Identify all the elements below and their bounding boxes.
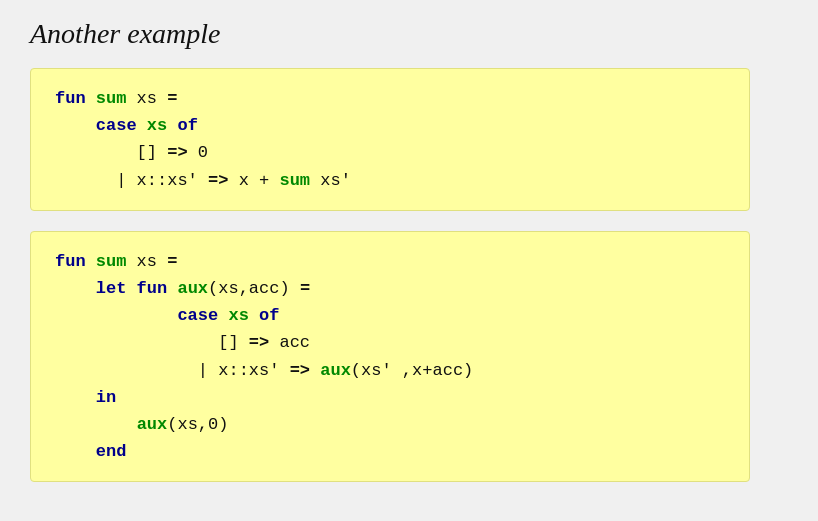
code-box-1: fun sum xs = case xs of [] => 0 | x::xs'… [30,68,750,211]
code-box-2: fun sum xs = let fun aux(xs,acc) = case … [30,231,750,483]
page-title: Another example [30,18,221,50]
